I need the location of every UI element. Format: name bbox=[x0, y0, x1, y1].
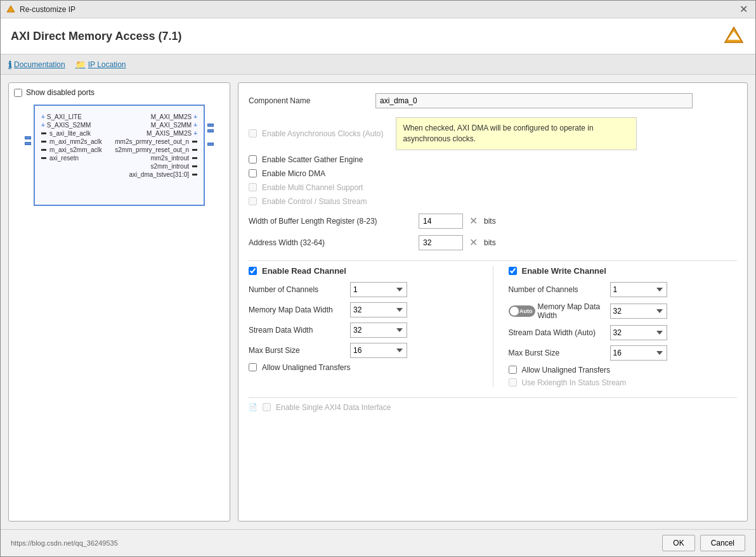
enable-control-status-checkbox[interactable] bbox=[249, 197, 257, 205]
write-mmdata-width-select[interactable]: 3264128256512 bbox=[610, 304, 667, 319]
port-m-axi-mm2s: M_AXI_MM2S bbox=[151, 113, 192, 120]
status-text: https://blog.csdn.net/qq_36249535 bbox=[11, 539, 657, 547]
ip-block-diagram: + S_AXI_LITE M_AXI_MM2S + + bbox=[34, 105, 205, 206]
enable-micro-dma-checkbox[interactable] bbox=[249, 169, 257, 177]
handle bbox=[25, 142, 31, 145]
enable-async-clocks-checkbox[interactable] bbox=[249, 129, 257, 138]
title-bar-text: Re-customize IP bbox=[20, 5, 75, 14]
component-name-input[interactable] bbox=[375, 93, 693, 108]
async-clocks-row: Enable Asynchronous Clocks (Auto) When c… bbox=[249, 117, 737, 150]
enable-single-axi4-checkbox[interactable] bbox=[263, 403, 271, 411]
ok-button[interactable]: OK bbox=[662, 535, 694, 551]
write-allow-unaligned-checkbox[interactable] bbox=[509, 366, 517, 374]
enable-async-clocks-label: Enable Asynchronous Clocks (Auto) bbox=[262, 129, 383, 138]
wire bbox=[192, 149, 197, 151]
enable-multi-channel-checkbox[interactable] bbox=[249, 183, 257, 191]
read-allow-unaligned-label: Allow Unaligned Transfers bbox=[262, 363, 350, 372]
svg-marker-0 bbox=[7, 6, 15, 12]
show-disabled-ports-checkbox[interactable] bbox=[14, 89, 22, 97]
write-num-channels-row: Number of Channels 124816 bbox=[509, 282, 738, 297]
folder-icon: 📁 bbox=[75, 60, 86, 69]
port-right: axi_dma_tstvec[31:0] bbox=[129, 171, 198, 178]
enable-scatter-gather-checkbox[interactable] bbox=[249, 155, 257, 163]
port-right: M_AXIS_MM2S + bbox=[147, 130, 197, 137]
read-stream-width-label: Stream Data Width bbox=[249, 326, 350, 335]
read-stream-width-select[interactable]: 3264128256512 bbox=[350, 323, 407, 338]
micro-dma-row: Enable Micro DMA bbox=[249, 169, 737, 178]
wire bbox=[41, 157, 46, 159]
port-left: m_axi_mm2s_aclk bbox=[41, 138, 102, 145]
show-disabled-ports-label: Show disabled ports bbox=[26, 88, 94, 97]
port-row-3: s_axi_lite_aclk M_AXIS_MM2S + bbox=[41, 130, 197, 137]
handle bbox=[207, 124, 214, 127]
port-right: mm2s_introut bbox=[150, 155, 197, 162]
write-max-burst-row: Max Burst Size 248163264128256 bbox=[509, 345, 738, 361]
enable-single-axi4-label: Enable Single AXI4 Data Interface bbox=[276, 403, 391, 412]
ip-location-label: IP Location bbox=[88, 60, 126, 69]
port-left: axi_resetn bbox=[41, 155, 79, 162]
address-width-clear-btn[interactable]: ✕ bbox=[468, 236, 479, 248]
read-channel-col: Enable Read Channel Number of Channels 1… bbox=[249, 266, 478, 387]
read-allow-unaligned-checkbox[interactable] bbox=[249, 363, 257, 371]
port-row-2: + S_AXIS_S2MM M_AXI_S2MM + bbox=[41, 122, 197, 129]
buffer-length-clear-btn[interactable]: ✕ bbox=[468, 215, 479, 227]
documentation-link[interactable]: ℹ Documentation bbox=[8, 60, 65, 70]
address-width-input[interactable] bbox=[419, 235, 463, 250]
port-row-7: s2mm_introut bbox=[41, 163, 197, 170]
multi-channel-row: Enable Multi Channel Support bbox=[249, 183, 737, 192]
enable-scatter-gather-label: Enable Scatter Gather Engine bbox=[262, 155, 363, 164]
tooltip-text: When checked, AXI DMA will be configured… bbox=[403, 124, 593, 143]
write-mmdata-width-left: Auto Memory Map Data Width bbox=[509, 302, 610, 320]
write-stream-width-select[interactable]: 3264128256512 bbox=[610, 325, 667, 340]
read-max-burst-row: Max Burst Size 248163264128256 bbox=[249, 343, 478, 358]
write-num-channels-select[interactable]: 124816 bbox=[610, 282, 667, 297]
read-num-channels-label: Number of Channels bbox=[249, 285, 350, 294]
read-max-burst-label: Max Burst Size bbox=[249, 346, 350, 355]
address-width-row: Address Width (32-64) ✕ bits bbox=[249, 235, 737, 250]
port-row-6: axi_resetn mm2s_introut bbox=[41, 155, 197, 162]
auto-toggle-label: Auto bbox=[519, 308, 533, 314]
use-rxlength-checkbox[interactable] bbox=[509, 378, 517, 387]
handle bbox=[207, 129, 214, 132]
read-max-burst-select[interactable]: 248163264128256 bbox=[350, 343, 407, 358]
port-m-axis-mm2s: M_AXIS_MM2S bbox=[147, 130, 192, 137]
enable-write-channel-checkbox[interactable] bbox=[509, 267, 517, 275]
component-name-label: Component Name bbox=[249, 96, 375, 105]
port-s-axi-lite: S_AXI_LITE bbox=[47, 113, 82, 120]
port-row-1: + S_AXI_LITE M_AXI_MM2S + bbox=[41, 113, 197, 120]
plus-icon: + bbox=[193, 122, 197, 129]
port-m-axi-mm2s-aclk: m_axi_mm2s_aclk bbox=[49, 138, 102, 145]
write-max-burst-label: Max Burst Size bbox=[509, 349, 610, 357]
read-num-channels-row: Number of Channels 124816 bbox=[249, 282, 478, 297]
write-mmdata-width-row: Auto Memory Map Data Width 3264128256512 bbox=[509, 302, 738, 320]
port-left: + S_AXI_LITE bbox=[41, 113, 82, 120]
read-stream-width-row: Stream Data Width 3264128256512 bbox=[249, 323, 478, 338]
enable-read-channel-checkbox[interactable] bbox=[249, 267, 257, 275]
title-bar-left: Re-customize IP bbox=[6, 4, 75, 15]
single-axi4-icon: 📄 bbox=[249, 403, 257, 411]
read-mmdata-width-select[interactable]: 3264128256512 bbox=[350, 302, 407, 317]
auto-toggle[interactable]: Auto bbox=[509, 305, 535, 317]
port-right: s2mm_introut bbox=[150, 163, 197, 170]
wire bbox=[192, 157, 197, 159]
enable-micro-dma-label: Enable Micro DMA bbox=[262, 169, 325, 178]
plus-icon: + bbox=[41, 122, 45, 129]
read-num-channels-select[interactable]: 124816 bbox=[350, 282, 407, 297]
port-mm2s-introut: mm2s_introut bbox=[150, 155, 189, 162]
port-axi-resetn: axi_resetn bbox=[49, 155, 79, 162]
write-max-burst-select[interactable]: 248163264128256 bbox=[610, 345, 667, 361]
port-row-4: m_axi_mm2s_aclk mm2s_prmry_reset_out_n bbox=[41, 138, 197, 145]
toggle-knob bbox=[510, 307, 519, 316]
close-button[interactable]: ✕ bbox=[737, 3, 750, 15]
tooltip-box: When checked, AXI DMA will be configured… bbox=[396, 117, 637, 150]
write-channel-header: Enable Write Channel bbox=[509, 266, 738, 276]
port-axi-dma-tstvec: axi_dma_tstvec[31:0] bbox=[129, 171, 190, 178]
buffer-length-input[interactable] bbox=[419, 214, 463, 229]
cancel-button[interactable]: Cancel bbox=[700, 535, 745, 551]
write-stream-width-row: Stream Data Width (Auto) 3264128256512 bbox=[509, 325, 738, 340]
handle bbox=[25, 136, 31, 139]
write-num-channels-label: Number of Channels bbox=[509, 285, 610, 294]
read-channel-header: Enable Read Channel bbox=[249, 266, 478, 276]
ip-location-link[interactable]: 📁 IP Location bbox=[75, 60, 126, 69]
buffer-length-unit: bits bbox=[484, 217, 496, 226]
